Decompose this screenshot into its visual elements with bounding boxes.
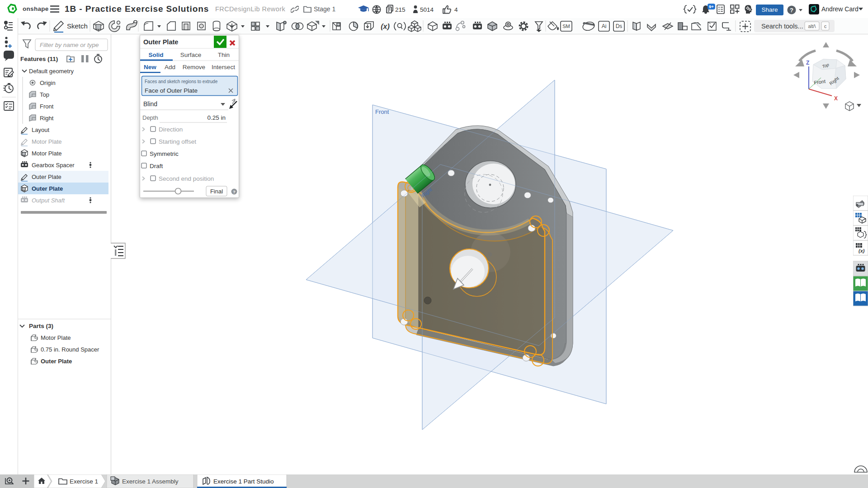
svg-text:Add: Add [165, 64, 175, 70]
svg-text:Depth: Depth [142, 114, 158, 121]
svg-text:Gearbox Spacer: Gearbox Spacer [32, 162, 75, 169]
svg-text:Outer Plate: Outer Plate [143, 38, 178, 46]
svg-text:Output Shaft: Output Shaft [32, 197, 65, 204]
svg-text:Origin: Origin [40, 80, 56, 86]
svg-text:Surface: Surface [180, 52, 202, 58]
svg-text:Draft: Draft [150, 163, 163, 169]
svg-text:c: c [824, 23, 826, 29]
svg-text:Exercise 1: Exercise 1 [70, 478, 98, 485]
svg-text:Motor Plate: Motor Plate [41, 334, 71, 341]
svg-text:Exercise 1 Part Studio: Exercise 1 Part Studio [213, 478, 274, 485]
svg-text:Blind: Blind [143, 100, 157, 108]
svg-text:Top: Top [40, 91, 49, 98]
svg-text:Layout: Layout [32, 127, 49, 133]
svg-text:215: 215 [395, 6, 406, 13]
svg-text:Remove: Remove [183, 64, 205, 70]
svg-text:Direction: Direction [159, 126, 183, 133]
svg-text:Front: Front [375, 108, 389, 115]
svg-text:Faces and sketch regions to ex: Faces and sketch regions to extrude [145, 79, 218, 84]
svg-text:Outer Plate: Outer Plate [32, 174, 61, 180]
svg-text:New: New [144, 64, 156, 70]
svg-text:Ai: Ai [602, 23, 607, 29]
svg-text:Search tools...: Search tools... [761, 23, 803, 30]
svg-text:Second end position: Second end position [159, 175, 214, 182]
svg-text:Exercise 1 Assembly: Exercise 1 Assembly [122, 478, 179, 485]
svg-text:Filter by name or type: Filter by name or type [40, 42, 99, 48]
svg-text:Parts (3): Parts (3) [29, 323, 53, 329]
svg-text:Symmetric: Symmetric [150, 150, 179, 157]
svg-text:0.25 in: 0.25 in [207, 114, 226, 121]
svg-text:?: ? [233, 189, 236, 194]
svg-text:Solid: Solid [149, 52, 164, 58]
svg-text:alt/\: alt/\ [808, 23, 816, 29]
svg-text:Default geometry: Default geometry [29, 68, 74, 75]
svg-text:Sketch: Sketch [67, 22, 88, 30]
svg-text:Front: Front [40, 103, 54, 110]
svg-text:X: X [834, 95, 838, 102]
svg-text:Right: Right [40, 115, 54, 122]
svg-text:SM: SM [562, 23, 570, 29]
svg-text:Face of Outer Plate: Face of Outer Plate [145, 87, 198, 94]
svg-text:Motor Plate: Motor Plate [32, 138, 61, 145]
svg-text:Outer Plate: Outer Plate [32, 185, 63, 192]
svg-text:Ds: Ds [616, 23, 623, 29]
svg-text:Starting offset: Starting offset [159, 138, 196, 145]
svg-text:Z: Z [806, 60, 809, 66]
svg-text:Intersect: Intersect [212, 64, 235, 70]
svg-text:Features (11): Features (11) [20, 56, 58, 62]
svg-text:?: ? [790, 7, 793, 14]
svg-text:4: 4 [454, 6, 458, 13]
svg-text:(x): (x) [859, 248, 865, 253]
svg-text:9+: 9+ [709, 4, 714, 9]
svg-text:5014: 5014 [420, 6, 434, 13]
svg-text:0.75 in. Round Spacer: 0.75 in. Round Spacer [41, 346, 99, 353]
svg-text:Final: Final [210, 188, 223, 195]
svg-text:Outer Plate: Outer Plate [41, 358, 72, 365]
svg-text:(x): (x) [381, 23, 390, 30]
svg-text:Motor Plate: Motor Plate [32, 150, 61, 157]
svg-text:Thin: Thin [218, 52, 230, 58]
